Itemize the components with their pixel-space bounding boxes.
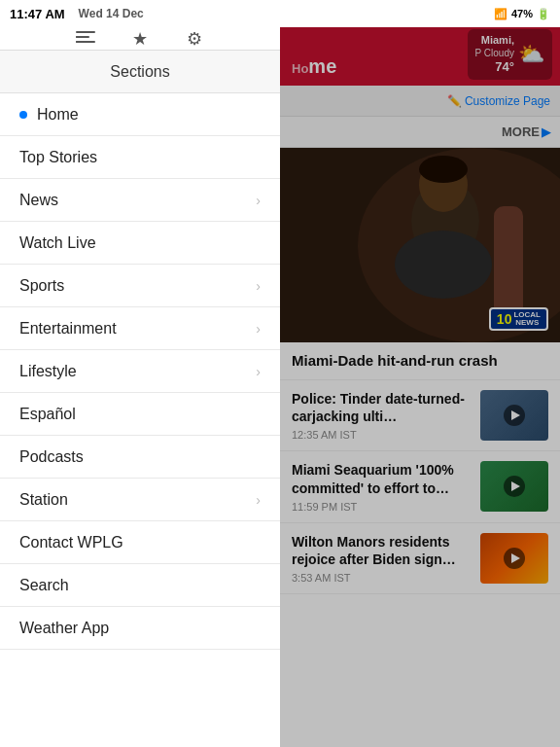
sidebar-item-weather-label: Weather App (19, 620, 109, 637)
sidebar-item-podcasts-label: Podcasts (19, 448, 84, 466)
sidebar-item-home[interactable]: Home (0, 93, 280, 136)
dim-overlay[interactable] (280, 0, 560, 747)
sidebar-item-weather[interactable]: Weather App (0, 607, 280, 650)
sidebar-item-entertainment[interactable]: Entertainment › (0, 307, 280, 350)
sidebar-item-lifestyle[interactable]: Lifestyle › (0, 350, 280, 393)
status-date: Wed 14 Dec (79, 7, 144, 20)
chevron-right-icon: › (256, 278, 261, 294)
sidebar-item-contact-label: Contact WPLG (19, 534, 123, 551)
wifi-icon: 📶 (494, 8, 508, 20)
svg-rect-4 (76, 41, 84, 43)
sidebar-item-search-label: Search (19, 577, 69, 594)
star-icon[interactable]: ★ (124, 23, 156, 54)
svg-rect-2 (76, 36, 79, 38)
sidebar-item-contact[interactable]: Contact WPLG (0, 521, 280, 564)
sidebar-item-top-stories-label: Top Stories (19, 149, 97, 166)
sections-title: Sections (0, 51, 280, 93)
sidebar-item-watch-live[interactable]: Watch Live (0, 222, 280, 265)
sidebar-items-list: Home Top Stories News › Watch Live Sport… (0, 93, 280, 747)
sidebar-item-espanol[interactable]: Español (0, 393, 280, 436)
sidebar-item-sports-label: Sports (19, 277, 64, 295)
sidebar-item-station-label: Station (19, 491, 68, 509)
status-bar: 11:47 AM Wed 14 Dec 📶 47% 🔋 (0, 0, 560, 27)
sidebar-item-podcasts[interactable]: Podcasts (0, 436, 280, 479)
chevron-right-icon: › (256, 492, 261, 508)
battery-icon: 🔋 (537, 8, 550, 20)
svg-rect-0 (76, 31, 95, 33)
sidebar-item-lifestyle-label: Lifestyle (19, 363, 77, 380)
sidebar: ★ ⚙ Sections Home Top Stories News › (0, 0, 280, 747)
chevron-right-icon: › (256, 364, 261, 379)
sidebar-item-top-stories[interactable]: Top Stories (0, 136, 280, 179)
sidebar-item-home-label: Home (37, 106, 79, 124)
sidebar-item-watch-live-label: Watch Live (19, 234, 96, 252)
sidebar-item-entertainment-label: Entertainment (19, 320, 117, 338)
sidebar-item-news[interactable]: News › (0, 179, 280, 222)
chevron-right-icon: › (256, 321, 261, 337)
sidebar-item-sports[interactable]: Sports › (0, 265, 280, 307)
sidebar-item-station[interactable]: Station › (0, 479, 280, 521)
status-time: 11:47 AM (10, 7, 65, 21)
active-indicator (19, 111, 27, 119)
battery-percentage: 47% (511, 8, 533, 19)
sidebar-item-espanol-label: Español (19, 406, 76, 423)
sidebar-item-search[interactable]: Search (0, 564, 280, 607)
list-icon[interactable] (70, 23, 101, 54)
chevron-right-icon: › (256, 193, 261, 208)
gear-icon[interactable]: ⚙ (179, 23, 210, 54)
sidebar-item-news-label: News (19, 192, 58, 209)
